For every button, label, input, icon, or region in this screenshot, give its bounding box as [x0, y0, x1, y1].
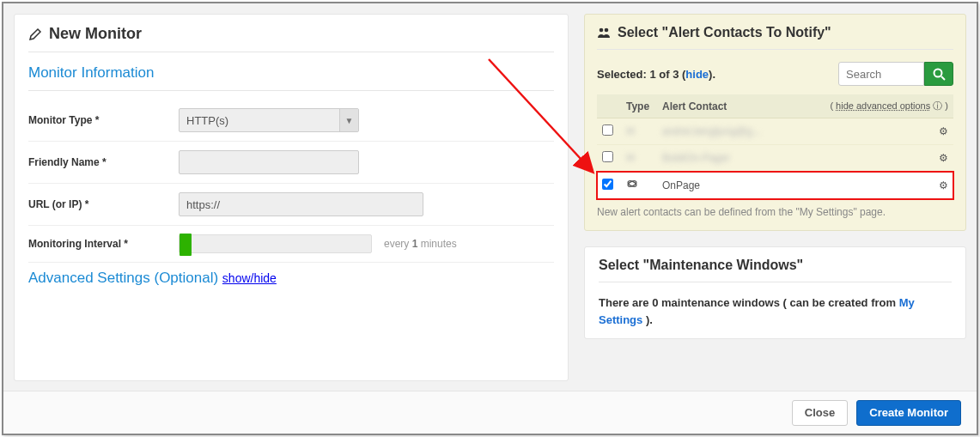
info-icon: ⓘ — [933, 100, 942, 111]
contact-checkbox[interactable] — [602, 151, 613, 162]
gear-icon[interactable]: ⚙ — [939, 179, 948, 191]
contact-name: OnPage — [662, 179, 700, 191]
svg-point-2 — [934, 70, 942, 77]
chevron-down-icon: ▼ — [339, 109, 358, 131]
contact-type-icon: ✉ — [626, 125, 635, 137]
select-monitor-type[interactable]: HTTP(s) ▼ — [179, 108, 359, 132]
link-hide-advanced-options[interactable]: hide advanced options — [836, 100, 930, 111]
section-monitor-info: Monitor Information — [28, 64, 554, 91]
alert-contacts-panel: Select "Alert Contacts To Notify" Select… — [584, 14, 966, 231]
dialog-footer: Close Create Monitor — [3, 391, 977, 434]
input-url[interactable] — [179, 192, 423, 216]
th-advanced-options: ( hide advanced options ⓘ ) — [793, 94, 953, 118]
selected-summary: Selected: 1 of 3 (hide). — [597, 68, 715, 81]
contact-checkbox[interactable] — [602, 124, 613, 136]
create-monitor-button[interactable]: Create Monitor — [856, 400, 961, 426]
gear-icon[interactable]: ⚙ — [939, 125, 948, 137]
contact-name: andrei.bergljung@g... — [662, 125, 761, 137]
panel-title-maintenance: Select "Maintenance Windows" — [599, 258, 952, 282]
label-friendly-name: Friendly Name * — [28, 156, 179, 168]
link-hide-selected[interactable]: hide — [685, 68, 709, 81]
contact-type-icon: ✉ — [626, 152, 635, 164]
contact-checkbox[interactable] — [602, 179, 613, 190]
svg-line-3 — [941, 76, 945, 80]
contacts-table: Type Alert Contact ( hide advanced optio… — [597, 94, 953, 199]
th-type: Type — [621, 94, 657, 118]
section-advanced: Advanced Settings (Optional) show/hide — [28, 270, 554, 295]
svg-point-0 — [600, 28, 604, 33]
th-alert-contact: Alert Contact — [657, 94, 793, 118]
table-row: ✉ andrei.bergljung@g... ⚙ — [597, 118, 953, 145]
link-show-hide-advanced[interactable]: show/hide — [222, 271, 277, 285]
panel-title-alert-text: Select "Alert Contacts To Notify" — [618, 25, 831, 40]
row-friendly-name: Friendly Name * — [28, 142, 554, 184]
close-button[interactable]: Close — [792, 400, 848, 426]
slider-handle[interactable] — [180, 234, 192, 256]
svg-point-1 — [605, 28, 609, 33]
label-monitor-type: Monitor Type * — [28, 114, 179, 126]
panel-title-text: New Monitor — [49, 25, 142, 43]
contact-name: BoldiOn-Pager — [662, 152, 730, 164]
input-friendly-name[interactable] — [179, 150, 359, 174]
table-row-highlighted: OnPage ⚙ — [597, 172, 953, 199]
label-url: URL (or IP) * — [28, 198, 179, 210]
gear-icon[interactable]: ⚙ — [939, 152, 948, 164]
search-button[interactable] — [924, 62, 953, 86]
interval-display: every 1 minutes — [384, 238, 457, 250]
panel-title-alert-contacts: Select "Alert Contacts To Notify" — [597, 25, 953, 50]
panel-title-new-monitor: New Monitor — [28, 25, 554, 52]
row-monitor-type: Monitor Type * HTTP(s) ▼ — [28, 100, 554, 142]
search-input[interactable] — [838, 62, 924, 86]
edit-icon — [28, 27, 42, 41]
alert-note: New alert contacts can be defined from t… — [597, 206, 953, 218]
row-interval: Monitoring Interval * every 1 minutes — [28, 226, 554, 263]
maintenance-body: There are 0 maintenance windows ( can be… — [599, 294, 952, 328]
select-monitor-type-value: HTTP(s) — [186, 114, 228, 127]
row-url: URL (or IP) * — [28, 184, 554, 226]
search-icon — [932, 67, 946, 81]
new-monitor-panel: New Monitor Monitor Information Monitor … — [14, 14, 569, 381]
search-group — [838, 62, 953, 86]
users-icon — [597, 26, 611, 39]
table-row: ✉ BoldiOn-Pager ⚙ — [597, 145, 953, 172]
webhook-icon — [626, 178, 638, 190]
maintenance-panel: Select "Maintenance Windows" There are 0… — [584, 246, 966, 339]
slider-interval[interactable] — [179, 234, 372, 253]
label-interval: Monitoring Interval * — [28, 238, 179, 250]
